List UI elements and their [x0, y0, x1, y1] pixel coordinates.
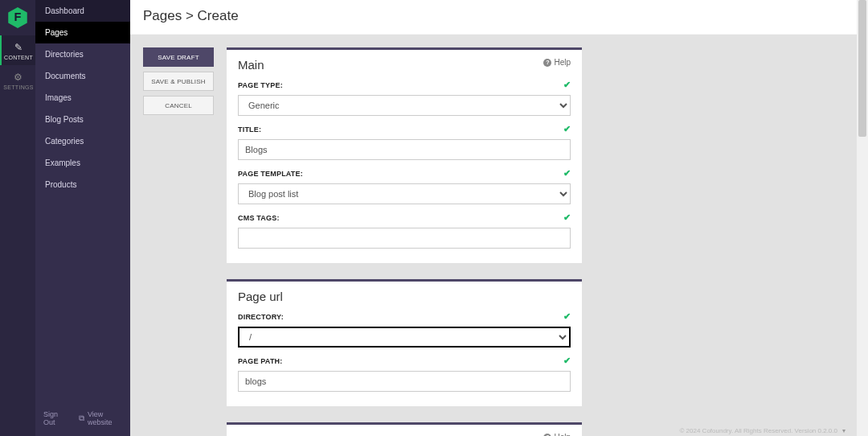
rail-item-label: CONTENT	[4, 55, 33, 60]
nav-spacer	[35, 195, 130, 404]
sign-out-link[interactable]: Sign Out	[43, 410, 68, 426]
primary-rail: F ✎ CONTENT ⚙ SETTINGS	[0, 0, 35, 436]
check-icon: ✔	[563, 212, 571, 223]
panel-page-url: Page url DIRECTORY: ✔ /	[227, 279, 582, 406]
input-page-path[interactable]	[238, 371, 571, 392]
nav-item-documents[interactable]: Documents	[35, 65, 130, 87]
help-link-seo[interactable]: ? Help	[543, 433, 571, 436]
cancel-button[interactable]: CANCEL	[143, 96, 214, 115]
nav-item-images[interactable]: Images	[35, 87, 130, 109]
label-page-path: PAGE PATH:	[238, 357, 283, 365]
brand-logo[interactable]: F	[0, 0, 35, 35]
app-root: F ✎ CONTENT ⚙ SETTINGS Dashboard Pages D…	[0, 0, 868, 436]
gear-icon: ⚙	[2, 72, 35, 83]
external-link-icon: ⧉	[79, 413, 84, 423]
nav-footer: Sign Out ⧉ View website	[35, 404, 130, 436]
form-column: Main ? Help PAGE TYPE: ✔	[227, 47, 582, 436]
content-row: SAVE DRAFT SAVE & PUBLISH CANCEL Main ? …	[143, 47, 844, 436]
check-icon: ✔	[563, 168, 571, 179]
main-area: Pages > Create SAVE DRAFT SAVE & PUBLISH…	[130, 0, 857, 436]
copyright-text: © 2024 Cofoundry. All Rights Reserved. V…	[679, 427, 837, 434]
view-website-label: View website	[88, 410, 122, 426]
label-cms-tags: CMS TAGS:	[238, 214, 280, 222]
help-label: Help	[554, 58, 571, 67]
input-cms-tags[interactable]	[238, 228, 571, 249]
panel-page-url-title: Page url	[238, 290, 283, 303]
nav-item-directories[interactable]: Directories	[35, 43, 130, 65]
nav-item-blog-posts[interactable]: Blog Posts	[35, 109, 130, 130]
nav-item-examples[interactable]: Examples	[35, 152, 130, 174]
check-icon: ✔	[563, 311, 571, 322]
label-page-type: PAGE TYPE:	[238, 81, 283, 89]
content-scroll[interactable]: SAVE DRAFT SAVE & PUBLISH CANCEL Main ? …	[130, 35, 857, 436]
panel-page-url-header: Page url	[238, 290, 571, 303]
check-icon: ✔	[563, 80, 571, 90]
panel-seo: SEO ? Help META DESCRIPTION: ✔	[227, 422, 582, 436]
check-icon: ✔	[563, 124, 571, 134]
check-icon: ✔	[563, 356, 571, 366]
panel-seo-header: SEO ? Help	[238, 433, 571, 436]
field-title: TITLE: ✔	[238, 124, 571, 160]
panel-main: Main ? Help PAGE TYPE: ✔	[227, 47, 582, 263]
label-title: TITLE:	[238, 125, 261, 134]
select-page-template[interactable]: Blog post list	[238, 183, 571, 204]
select-directory[interactable]: /	[238, 327, 571, 348]
help-link-main[interactable]: ? Help	[543, 58, 571, 67]
footer-bar: © 2024 Cofoundry. All Rights Reserved. V…	[679, 427, 845, 434]
rail-item-content[interactable]: ✎ CONTENT	[0, 35, 35, 65]
select-page-type[interactable]: Generic	[238, 95, 571, 116]
pencil-icon: ✎	[2, 42, 35, 53]
scrollbar-thumb[interactable]	[858, 0, 866, 137]
help-icon: ?	[543, 434, 551, 437]
help-icon: ?	[543, 59, 551, 67]
window-scrollbar[interactable]	[857, 0, 868, 436]
view-website-link[interactable]: ⧉ View website	[79, 410, 122, 426]
field-cms-tags: CMS TAGS: ✔	[238, 212, 571, 249]
rail-item-label: SETTINGS	[3, 84, 33, 90]
logo-hexagon-icon: F	[6, 6, 29, 29]
field-page-type: PAGE TYPE: ✔ Generic	[238, 80, 571, 116]
field-page-template: PAGE TEMPLATE: ✔ Blog post list	[238, 168, 571, 204]
panel-main-title: Main	[238, 58, 264, 72]
action-column: SAVE DRAFT SAVE & PUBLISH CANCEL	[143, 47, 214, 115]
field-page-path: PAGE PATH: ✔	[238, 356, 571, 392]
page-title: Pages > Create	[130, 0, 857, 35]
label-page-template: PAGE TEMPLATE:	[238, 170, 303, 178]
field-directory: DIRECTORY: ✔ /	[238, 311, 571, 348]
input-title[interactable]	[238, 139, 571, 160]
svg-text:F: F	[14, 10, 22, 23]
label-directory: DIRECTORY:	[238, 313, 284, 321]
nav-item-dashboard[interactable]: Dashboard	[35, 0, 130, 22]
help-label: Help	[554, 433, 571, 436]
rail-item-settings[interactable]: ⚙ SETTINGS	[0, 65, 35, 95]
panel-seo-title: SEO	[238, 433, 264, 436]
nav-item-pages[interactable]: Pages	[35, 22, 130, 43]
save-publish-button[interactable]: SAVE & PUBLISH	[143, 72, 214, 91]
nav-item-categories[interactable]: Categories	[35, 130, 130, 152]
nav-item-products[interactable]: Products	[35, 174, 130, 195]
secondary-nav: Dashboard Pages Directories Documents Im…	[35, 0, 130, 436]
caret-down-icon[interactable]: ▾	[842, 427, 845, 434]
save-draft-button[interactable]: SAVE DRAFT	[143, 47, 214, 67]
panel-main-header: Main ? Help	[238, 58, 571, 72]
